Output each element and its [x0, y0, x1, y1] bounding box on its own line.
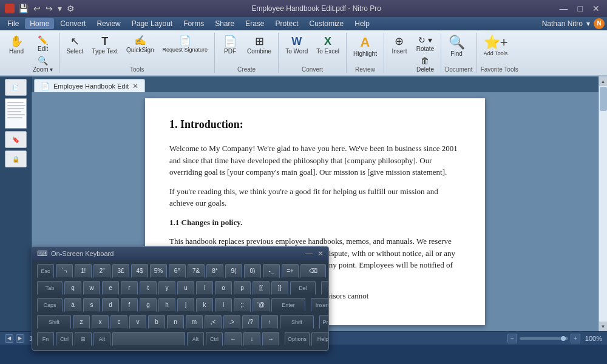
key-d[interactable]: d — [102, 298, 119, 312]
key-left[interactable]: ← — [225, 332, 242, 346]
sidebar-bookmark-icon[interactable]: 🔖 — [5, 131, 27, 148]
key-ctrl-left[interactable]: Ctrl — [56, 332, 73, 346]
rotate-button[interactable]: ↻ ▾ Rotate — [413, 34, 437, 53]
key-shift-right[interactable]: Shift — [280, 315, 314, 329]
key-r[interactable]: r — [121, 281, 138, 295]
select-button[interactable]: ↖ Select — [63, 34, 86, 56]
user-dropdown-icon[interactable]: ▾ — [586, 19, 590, 28]
edit-button[interactable]: ✏️ Edit — [30, 34, 55, 53]
key-del[interactable]: Del — [290, 281, 316, 295]
key-v[interactable]: v — [129, 315, 146, 329]
zoom-slider-thumb[interactable] — [561, 336, 566, 341]
key-quote[interactable]: '@ — [253, 298, 270, 312]
minimize-button[interactable]: — — [557, 4, 571, 13]
key-5[interactable]: 5% — [150, 264, 167, 278]
zoom-out-button[interactable]: − — [507, 334, 517, 343]
next-page-button[interactable]: ▶ — [16, 334, 24, 343]
key-2[interactable]: 2" — [93, 264, 110, 278]
key-c[interactable]: c — [110, 315, 127, 329]
menu-share[interactable]: Share — [210, 18, 239, 29]
key-alt-right[interactable]: Alt — [187, 332, 204, 346]
key-t[interactable]: t — [140, 281, 157, 295]
osk-minimize-button[interactable]: — — [305, 249, 313, 258]
key-up[interactable]: ↑ — [261, 315, 278, 329]
menu-protect[interactable]: Protect — [271, 18, 304, 29]
key-q[interactable]: q — [64, 281, 81, 295]
key-w[interactable]: w — [83, 281, 100, 295]
key-9[interactable]: 9( — [225, 264, 242, 278]
key-equals[interactable]: =+ — [282, 264, 299, 278]
key-i[interactable]: i — [196, 281, 213, 295]
key-minus[interactable]: -_ — [263, 264, 280, 278]
key-backtick[interactable]: `¬ — [56, 264, 73, 278]
quick-access-extra[interactable]: ⚙ — [66, 4, 76, 13]
prev-page-button[interactable]: ◀ — [5, 334, 13, 343]
key-o[interactable]: o — [215, 281, 232, 295]
to-excel-button[interactable]: X To Excel — [313, 34, 342, 56]
menu-forms[interactable]: Forms — [178, 18, 209, 29]
zoom-button[interactable]: 🔍 Zoom ▾ — [30, 55, 55, 74]
key-caps[interactable]: Caps — [37, 298, 63, 312]
key-space[interactable] — [112, 332, 185, 346]
quick-access-undo[interactable]: ↩ — [32, 4, 42, 13]
combine-button[interactable]: ⊞ Combine — [244, 34, 274, 56]
menu-customize[interactable]: Customize — [305, 18, 349, 29]
key-options[interactable]: Options — [285, 332, 310, 346]
key-shift-left[interactable]: Shift — [37, 315, 71, 329]
key-slash[interactable]: /? — [242, 315, 259, 329]
key-b[interactable]: b — [148, 315, 165, 329]
key-comma[interactable]: ,< — [205, 315, 222, 329]
quick-access-save[interactable]: 💾 — [17, 4, 30, 13]
scroll-up-arrow[interactable]: ▲ — [599, 76, 608, 86]
key-h[interactable]: h — [158, 298, 175, 312]
key-esc[interactable]: Esc — [37, 264, 54, 278]
key-semicolon[interactable]: ;: — [234, 298, 251, 312]
menu-erase[interactable]: Erase — [240, 18, 269, 29]
key-1[interactable]: 1! — [75, 264, 92, 278]
menu-page-layout[interactable]: Page Layout — [127, 18, 177, 29]
key-p[interactable]: p — [234, 281, 251, 295]
key-fn[interactable]: Fn — [37, 332, 54, 346]
user-section[interactable]: Nathan Nitro ▾ N — [542, 18, 605, 29]
close-button[interactable]: ✕ — [590, 4, 602, 13]
key-z[interactable]: z — [73, 315, 90, 329]
quicksign-button[interactable]: ✍ QuickSign — [123, 34, 157, 55]
document-tab[interactable]: 📄 Employee Handbook Edit ✕ — [34, 79, 145, 92]
key-x[interactable]: x — [92, 315, 109, 329]
key-a[interactable]: a — [64, 298, 81, 312]
add-tools-button[interactable]: ⭐+ Add Tools — [481, 34, 511, 58]
key-u[interactable]: u — [177, 281, 194, 295]
key-right[interactable]: → — [262, 332, 279, 346]
zoom-slider[interactable] — [520, 337, 568, 340]
key-period[interactable]: .> — [223, 315, 240, 329]
key-win[interactable]: ⊞ — [75, 332, 92, 346]
scroll-thumb[interactable] — [600, 87, 607, 111]
key-4[interactable]: 4$ — [131, 264, 148, 278]
request-signature-button[interactable]: 📄 Request Signature — [160, 34, 211, 55]
menu-convert[interactable]: Convert — [55, 18, 90, 29]
key-prtscn[interactable]: PrtScn — [319, 315, 329, 329]
type-text-button[interactable]: T Type Text — [89, 34, 121, 56]
page-thumbnail[interactable] — [5, 98, 27, 129]
key-end[interactable]: End — [321, 281, 329, 295]
key-j[interactable]: j — [177, 298, 194, 312]
key-y[interactable]: y — [158, 281, 175, 295]
zoom-in-button[interactable]: + — [571, 334, 580, 343]
tab-close-button[interactable]: ✕ — [132, 82, 138, 90]
highlight-button[interactable]: A Highlight — [350, 34, 380, 59]
key-help[interactable]: Help — [311, 332, 329, 346]
key-rbracket[interactable]: ]} — [271, 281, 288, 295]
find-button[interactable]: 🔍 Find — [445, 34, 468, 59]
key-backspace[interactable]: ⌫ — [300, 264, 326, 278]
key-g[interactable]: g — [140, 298, 157, 312]
osk-title-bar[interactable]: ⌨ On-Screen Keyboard — ✕ — [32, 247, 328, 260]
osk-close-button[interactable]: ✕ — [317, 249, 324, 258]
key-7[interactable]: 7& — [188, 264, 205, 278]
key-6[interactable]: 6^ — [169, 264, 186, 278]
pdf-button[interactable]: 📄 PDF — [219, 34, 242, 56]
key-ctrl-right[interactable]: Ctrl — [206, 332, 223, 346]
key-0[interactable]: 0) — [244, 264, 261, 278]
key-insert[interactable]: Insert — [311, 298, 329, 312]
key-m[interactable]: m — [186, 315, 203, 329]
maximize-button[interactable]: □ — [575, 4, 585, 13]
